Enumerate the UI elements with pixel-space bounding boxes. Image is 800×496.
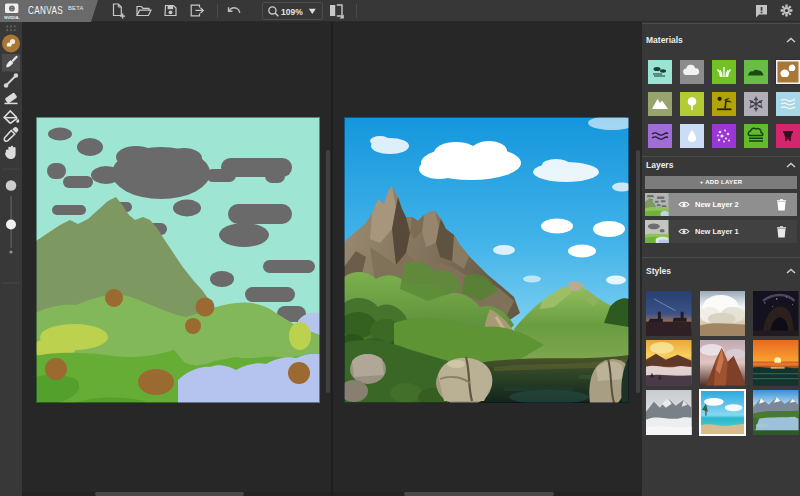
svg-text:NVIDIA.: NVIDIA. bbox=[4, 15, 19, 20]
